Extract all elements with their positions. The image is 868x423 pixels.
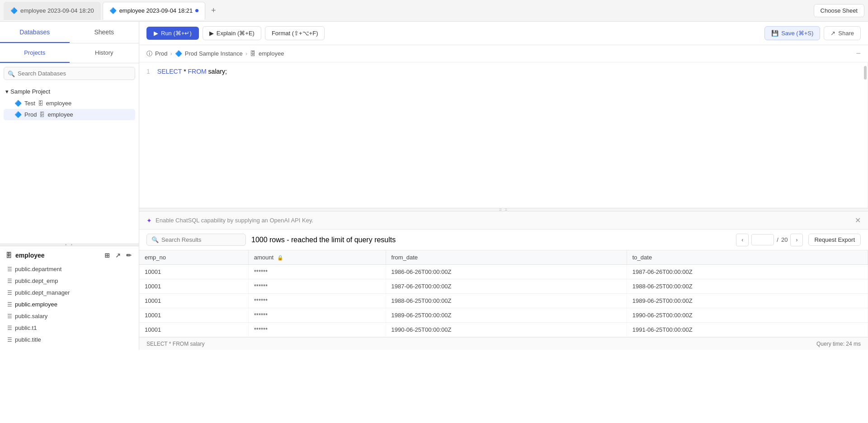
db-list-item-0[interactable]: ☰ public.department bbox=[5, 263, 133, 275]
breadcrumb-table-icon: 🗄 bbox=[250, 50, 256, 57]
choose-sheet-button[interactable]: Choose Sheet bbox=[814, 4, 864, 17]
tab-databases[interactable]: Databases bbox=[0, 22, 70, 43]
db-list-item-2[interactable]: ☰ public.dept_manager bbox=[5, 287, 133, 298]
add-tab-icon: + bbox=[211, 6, 216, 15]
run-button[interactable]: ▶ Run (⌘+↵) bbox=[146, 27, 199, 40]
tab-sheets[interactable]: Sheets bbox=[70, 22, 139, 43]
save-button[interactable]: 💾 Save (⌘+S) bbox=[764, 26, 820, 40]
pagination-controls: ‹ 1 / 20 › bbox=[736, 234, 803, 246]
cell-r0-c3: 1987-06-26T00:00:00Z bbox=[627, 265, 868, 279]
next-page-button[interactable]: › bbox=[790, 234, 803, 246]
page-total-label: 20 bbox=[781, 236, 788, 243]
table-row[interactable]: 10001******1988-06-25T00:00:00Z1989-06-2… bbox=[139, 294, 868, 308]
db-list-item-5[interactable]: ☰ public.t1 bbox=[5, 322, 133, 334]
edit-icon[interactable]: ✏ bbox=[124, 251, 133, 260]
table-row[interactable]: 10001******1987-06-26T00:00:00Z1988-06-2… bbox=[139, 279, 868, 294]
table-name-4: public.salary bbox=[15, 313, 47, 320]
db-list-item-1[interactable]: ☰ public.dept_emp bbox=[5, 275, 133, 287]
editor-scrollbar[interactable] bbox=[864, 66, 867, 80]
format-button[interactable]: Format (⇧+⌥+F) bbox=[265, 26, 325, 40]
add-tab-button[interactable]: + bbox=[207, 5, 220, 17]
code-editor[interactable]: 1 SELECT * FROM salary; bbox=[139, 62, 868, 208]
breadcrumb-db-icon: 🔷 bbox=[175, 50, 182, 57]
status-query-text: SELECT * FROM salary bbox=[146, 341, 204, 347]
tree-item-env-2: Prod bbox=[24, 111, 37, 118]
code-content: SELECT * FROM salary; bbox=[157, 68, 227, 75]
row-count-label: 1000 rows - reached the limit of query r… bbox=[251, 236, 396, 244]
app-root: 🔷 employee 2023-09-04 18:20 🔷 employee 2… bbox=[0, 0, 868, 350]
db-list-item-6[interactable]: ☰ public.title bbox=[5, 334, 133, 345]
content-area: ▶ Run (⌘+↵) ▶ Explain (⌘+E) Format (⇧+⌥+… bbox=[139, 22, 868, 350]
editor-section: 1 SELECT * FROM salary; = = bbox=[139, 62, 868, 230]
table-icon-5: ☰ bbox=[7, 325, 12, 331]
editor-collapse-button[interactable]: − bbox=[856, 49, 861, 58]
search-icon: 🔍 bbox=[8, 70, 15, 77]
run-label: Run (⌘+↵) bbox=[161, 30, 192, 37]
tree-item-env: Test bbox=[24, 100, 35, 107]
export-button[interactable]: Request Export bbox=[808, 234, 861, 246]
table-name-6: public.title bbox=[15, 336, 41, 343]
db-list-item-4[interactable]: ☰ public.salary bbox=[5, 310, 133, 322]
chatsql-close-button[interactable]: ✕ bbox=[855, 216, 861, 225]
status-query-time: Query time: 24 ms bbox=[816, 341, 861, 347]
table-row[interactable]: 10001******1986-06-26T00:00:00Z1987-06-2… bbox=[139, 265, 868, 279]
tab-1[interactable]: 🔷 employee 2023-09-04 18:20 bbox=[4, 2, 101, 20]
col-header-emp-no-label: emp_no bbox=[145, 254, 166, 261]
sidebar: Databases Sheets Projects History 🔍 bbox=[0, 22, 139, 350]
table-row[interactable]: 10001******1989-06-25T00:00:00Z1990-06-2… bbox=[139, 308, 868, 323]
tree-item-db: employee bbox=[46, 100, 71, 107]
breadcrumb-part-1: Prod Sample Instance bbox=[185, 50, 243, 57]
db-list-item-3[interactable]: ☰ public.employee bbox=[5, 299, 133, 310]
cell-r2-c0: 10001 bbox=[139, 294, 248, 308]
query-toolbar: ▶ Run (⌘+↵) ▶ Explain (⌘+E) Format (⇧+⌥+… bbox=[139, 22, 868, 45]
prev-page-button[interactable]: ‹ bbox=[736, 234, 749, 246]
col-header-amount: amount 🔒 bbox=[248, 250, 386, 265]
results-toolbar: 🔍 1000 rows - reached the limit of query… bbox=[139, 230, 868, 250]
table-icon-4: ☰ bbox=[7, 313, 12, 320]
tab-2[interactable]: 🔷 employee 2023-09-04 18:21 bbox=[103, 2, 206, 20]
breadcrumb-part-0: Prod bbox=[155, 50, 167, 57]
keyword-from: FROM bbox=[188, 68, 207, 75]
tab-bar: 🔷 employee 2023-09-04 18:20 🔷 employee 2… bbox=[0, 0, 868, 22]
cell-r2-c3: 1989-06-25T00:00:00Z bbox=[627, 294, 868, 308]
editor-bottom-resize-handle[interactable]: = = bbox=[139, 208, 868, 212]
page-number-input[interactable]: 1 bbox=[751, 234, 774, 245]
explain-button[interactable]: ▶ Explain (⌘+E) bbox=[203, 26, 261, 40]
table-row[interactable]: 10001******1990-06-25T00:00:00Z1991-06-2… bbox=[139, 323, 868, 337]
cell-r2-c2: 1988-06-25T00:00:00Z bbox=[386, 294, 627, 308]
tab-history[interactable]: History bbox=[70, 43, 139, 63]
search-databases-input[interactable] bbox=[4, 67, 135, 80]
db-panel-title-row: 🗄 employee ⊞ ↗ ✏ bbox=[5, 251, 133, 260]
tree-item-db-2: employee bbox=[47, 111, 73, 118]
line-number-1: 1 bbox=[146, 68, 150, 75]
share-icon: ↗ bbox=[830, 30, 835, 37]
expand-icon[interactable]: ⊞ bbox=[103, 251, 112, 260]
explain-icon: ▶ bbox=[209, 30, 214, 37]
tab-sheets-label: Sheets bbox=[94, 28, 114, 36]
tree-item-prod-employee[interactable]: 🔷 Prod 🗄 employee bbox=[4, 109, 135, 120]
format-label: Format (⇧+⌥+F) bbox=[272, 30, 318, 37]
table-icon-2: ☰ bbox=[7, 290, 12, 296]
cell-r3-c1: ****** bbox=[248, 308, 386, 323]
col-header-to-date-label: to_date bbox=[632, 254, 652, 261]
share-button[interactable]: ↗ Share bbox=[824, 26, 861, 40]
run-icon: ▶ bbox=[154, 30, 158, 37]
search-results-input[interactable] bbox=[161, 236, 241, 243]
toolbar-right: 💾 Save (⌘+S) ↗ Share bbox=[764, 26, 861, 40]
col-header-from-date: from_date bbox=[386, 250, 627, 265]
db-panel: 🗄 employee ⊞ ↗ ✏ ☰ public.department ☰ bbox=[0, 246, 139, 350]
external-link-icon[interactable]: ↗ bbox=[113, 251, 123, 260]
col-header-amount-label: amount bbox=[254, 254, 274, 261]
db-title-actions: ⊞ ↗ ✏ bbox=[103, 251, 133, 260]
cell-r4-c3: 1991-06-25T00:00:00Z bbox=[627, 323, 868, 337]
code-space-1: * bbox=[184, 68, 188, 75]
results-table-head: emp_no amount 🔒 from_date bbox=[139, 250, 868, 265]
chatsql-banner: ✦ Enable ChatSQL capability by supplying… bbox=[139, 212, 868, 230]
col-header-emp-no: emp_no bbox=[139, 250, 248, 265]
tab-1-label: employee 2023-09-04 18:20 bbox=[20, 7, 94, 14]
tree-item-test-employee[interactable]: 🔷 Test 🗄 employee bbox=[4, 98, 135, 109]
sample-project-node[interactable]: ▾ Sample Project bbox=[4, 85, 135, 98]
tab-projects[interactable]: Projects bbox=[0, 43, 70, 63]
editor-results-split: 1 SELECT * FROM salary; = = bbox=[139, 62, 868, 350]
cell-r1-c0: 10001 bbox=[139, 279, 248, 294]
